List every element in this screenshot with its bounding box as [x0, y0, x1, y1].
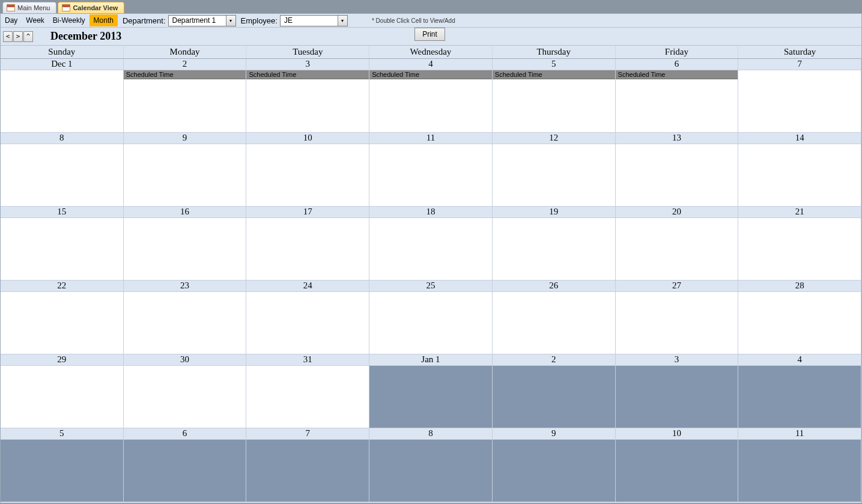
cell-body[interactable] [738, 292, 861, 354]
cell-body[interactable] [124, 440, 246, 502]
calendar-cell[interactable]: 17 [246, 207, 369, 281]
calendar-cell[interactable]: 22 [1, 281, 124, 354]
cell-body[interactable] [369, 366, 492, 428]
cell-body[interactable] [246, 218, 369, 280]
calendar-cell[interactable]: 4 [738, 354, 861, 428]
cell-body[interactable] [124, 144, 246, 206]
calendar-cell[interactable]: 9 [493, 428, 616, 502]
cell-body[interactable] [616, 440, 738, 502]
cell-body[interactable] [493, 366, 615, 428]
calendar-cell[interactable]: 7 [738, 59, 861, 133]
calendar-cell[interactable]: 19 [493, 207, 616, 281]
cell-body[interactable] [369, 218, 492, 280]
cell-body[interactable] [493, 292, 615, 354]
cell-body[interactable] [493, 440, 615, 502]
cell-body[interactable] [738, 70, 861, 132]
cell-body[interactable] [738, 440, 861, 502]
cell-body[interactable]: Scheduled Time [493, 70, 615, 132]
calendar-cell[interactable]: 18 [369, 207, 493, 281]
calendar-cell[interactable]: 10 [246, 133, 369, 207]
cell-body[interactable] [493, 144, 615, 206]
scheduled-event[interactable]: Scheduled Time [124, 70, 246, 79]
calendar-cell[interactable]: 8 [369, 428, 493, 502]
calendar-cell[interactable]: 2Scheduled Time [124, 59, 247, 133]
calendar-cell[interactable]: 20 [616, 207, 739, 281]
calendar-cell[interactable]: 26 [493, 281, 616, 354]
cell-body[interactable] [738, 144, 861, 206]
calendar-cell[interactable]: 6 [124, 428, 247, 502]
cell-body[interactable] [246, 292, 369, 354]
calendar-cell[interactable]: 4Scheduled Time [369, 59, 493, 133]
calendar-cell[interactable]: 16 [124, 207, 247, 281]
cell-body[interactable] [738, 218, 861, 280]
cell-body[interactable]: Scheduled Time [369, 70, 492, 132]
calendar-cell[interactable]: 29 [1, 354, 124, 428]
cell-body[interactable] [616, 366, 738, 428]
cell-body[interactable] [369, 292, 492, 354]
cell-body[interactable]: Scheduled Time [246, 70, 369, 132]
calendar-cell[interactable]: 31 [246, 354, 369, 428]
calendar-cell[interactable]: 8 [1, 133, 124, 207]
calendar-cell[interactable]: 9 [124, 133, 247, 207]
view-month-button[interactable]: Month [90, 14, 118, 26]
calendar-cell[interactable]: 21 [738, 207, 861, 281]
calendar-cell[interactable]: 12 [493, 133, 616, 207]
scheduled-event[interactable]: Scheduled Time [493, 70, 615, 79]
cell-body[interactable] [124, 292, 246, 354]
cell-body[interactable] [1, 366, 123, 428]
cell-body[interactable] [1, 70, 123, 132]
cell-body[interactable] [124, 366, 246, 428]
chevron-down-icon[interactable]: ▾ [226, 16, 235, 26]
tab-main-menu[interactable]: Main Menu [2, 2, 56, 13]
cell-body[interactable] [246, 366, 369, 428]
calendar-cell[interactable]: 23 [124, 281, 247, 354]
cell-body[interactable] [1, 218, 123, 280]
calendar-cell[interactable]: 2 [493, 354, 616, 428]
employee-select[interactable]: JE ▾ [280, 15, 348, 26]
calendar-cell[interactable]: 3 [616, 354, 739, 428]
up-button[interactable]: ^ [23, 31, 33, 42]
cell-body[interactable] [1, 144, 123, 206]
cell-body[interactable] [616, 292, 738, 354]
cell-body[interactable] [1, 440, 123, 502]
calendar-cell[interactable]: Jan 1 [369, 354, 493, 428]
cell-body[interactable] [369, 144, 492, 206]
calendar-cell[interactable]: 28 [738, 281, 861, 354]
cell-body[interactable] [493, 218, 615, 280]
calendar-cell[interactable]: 25 [369, 281, 493, 354]
scheduled-event[interactable]: Scheduled Time [369, 70, 492, 79]
prev-button[interactable]: < [3, 31, 13, 42]
view-week-button[interactable]: Week [22, 14, 48, 26]
calendar-cell[interactable]: 7 [246, 428, 369, 502]
cell-body[interactable]: Scheduled Time [124, 70, 246, 132]
cell-body[interactable] [246, 440, 369, 502]
view-biweekly-button[interactable]: Bi-Weekly [49, 14, 90, 26]
calendar-cell[interactable]: 11 [738, 428, 861, 502]
cell-body[interactable] [124, 218, 246, 280]
chevron-down-icon[interactable]: ▾ [338, 16, 347, 26]
cell-body[interactable]: Scheduled Time [616, 70, 738, 132]
calendar-cell[interactable]: Dec 1 [1, 59, 124, 133]
calendar-cell[interactable]: 6Scheduled Time [616, 59, 739, 133]
print-button[interactable]: Print [414, 28, 445, 41]
calendar-cell[interactable]: 15 [1, 207, 124, 281]
scheduled-event[interactable]: Scheduled Time [246, 70, 369, 79]
calendar-cell[interactable]: 30 [124, 354, 247, 428]
cell-body[interactable] [738, 366, 861, 428]
view-day-button[interactable]: Day [1, 14, 22, 26]
calendar-cell[interactable]: 5Scheduled Time [493, 59, 616, 133]
department-select[interactable]: Department 1 ▾ [168, 15, 236, 26]
calendar-cell[interactable]: 14 [738, 133, 861, 207]
calendar-cell[interactable]: 27 [616, 281, 739, 354]
calendar-cell[interactable]: 5 [1, 428, 124, 502]
calendar-cell[interactable]: 10 [616, 428, 739, 502]
cell-body[interactable] [369, 440, 492, 502]
scheduled-event[interactable]: Scheduled Time [616, 70, 738, 79]
cell-body[interactable] [1, 292, 123, 354]
cell-body[interactable] [616, 218, 738, 280]
cell-body[interactable] [246, 144, 369, 206]
cell-body[interactable] [616, 144, 738, 206]
tab-calendar-view[interactable]: Calendar View [58, 2, 124, 13]
next-button[interactable]: > [13, 31, 23, 42]
calendar-cell[interactable]: 13 [616, 133, 739, 207]
